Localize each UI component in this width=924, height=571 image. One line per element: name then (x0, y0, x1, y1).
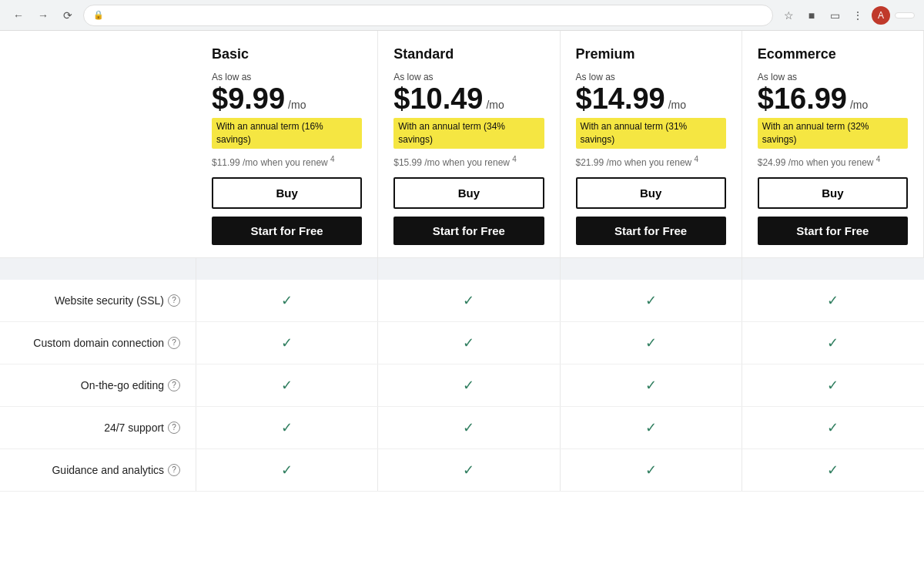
back-button[interactable]: ← (9, 6, 28, 25)
checkmark-1-3: ✓ (827, 334, 839, 351)
plan-as-low-as-standard: As low as (393, 72, 544, 82)
feature-check-cell-4-3: ✓ (742, 449, 924, 491)
plan-savings-badge-basic: With an annual term (16% savings) (212, 118, 362, 149)
feature-name-text-4: Guidance and analytics (52, 464, 164, 476)
feature-check-cell-0-3: ✓ (742, 280, 924, 321)
feature-check-cell-1-1: ✓ (378, 322, 560, 364)
address-bar[interactable]: 🔒 (83, 5, 773, 26)
plan-price-ecommerce: $16.99 (758, 84, 847, 113)
checkmark-4-3: ✓ (827, 462, 839, 479)
feature-row-2: On-the-go editing?✓✓✓✓ (0, 364, 924, 407)
plan-period-premium: /mo (668, 99, 686, 111)
plan-price-row-basic: $9.99 /mo (212, 84, 362, 113)
feature-check-cell-0-2: ✓ (561, 280, 742, 321)
feature-name-text-2: On-the-go editing (81, 379, 164, 391)
features-header-row (0, 258, 924, 280)
buy-button-basic[interactable]: Buy (212, 177, 362, 209)
avatar: A (872, 6, 890, 25)
checkmark-4-2: ✓ (645, 462, 657, 479)
plan-renew-text-premium: $21.99 /mo when you renew 4 (576, 155, 726, 168)
buy-button-premium[interactable]: Buy (576, 177, 726, 209)
menu-icon[interactable]: ⋮ (849, 6, 867, 25)
plan-price-row-premium: $14.99 /mo (576, 84, 726, 113)
plan-name-ecommerce: Ecommerce (758, 46, 908, 62)
feature-row-4: Guidance and analytics?✓✓✓✓ (0, 449, 924, 492)
buy-button-standard[interactable]: Buy (393, 177, 544, 209)
feature-row-0: Website security (SSL)?✓✓✓✓ (0, 280, 924, 322)
plan-renew-text-standard: $15.99 /mo when you renew 4 (393, 155, 544, 168)
checkmark-3-1: ✓ (463, 419, 474, 436)
feature-row-1: Custom domain connection?✓✓✓✓ (0, 322, 924, 364)
checkmark-1-2: ✓ (645, 334, 657, 351)
checkmark-0-1: ✓ (463, 292, 474, 309)
feature-check-cell-1-0: ✓ (196, 322, 378, 364)
start-free-button-ecommerce[interactable]: Start for Free (758, 217, 908, 245)
pricing-wrapper: Basic As low as $9.99 /mo With an annual… (0, 31, 924, 492)
checkmark-4-1: ✓ (463, 462, 474, 479)
help-icon-4[interactable]: ? (168, 464, 180, 476)
start-free-button-premium[interactable]: Start for Free (576, 217, 726, 245)
plan-renew-text-basic: $11.99 /mo when you renew 4 (212, 155, 362, 168)
plan-header-basic: Basic As low as $9.99 /mo With an annual… (196, 31, 378, 258)
split-screen-icon[interactable]: ▭ (825, 6, 844, 25)
feature-name-cell-0: Website security (SSL)? (0, 280, 196, 321)
help-icon-0[interactable]: ? (168, 294, 180, 307)
checkmark-3-3: ✓ (827, 419, 839, 436)
plan-as-low-as-ecommerce: As low as (758, 72, 908, 82)
plan-name-basic: Basic (212, 46, 362, 62)
plan-price-standard: $10.49 (393, 84, 483, 113)
lock-icon: 🔒 (93, 10, 104, 20)
start-free-button-basic[interactable]: Start for Free (212, 217, 362, 245)
help-icon-1[interactable]: ? (168, 337, 180, 349)
plan-period-ecommerce: /mo (850, 99, 868, 111)
feature-name-text-1: Custom domain connection (33, 337, 164, 349)
update-button[interactable] (895, 12, 915, 18)
browser-actions: ☆ ■ ▭ ⋮ A (779, 6, 915, 25)
feature-name-text-0: Website security (SSL) (55, 294, 164, 307)
features-empty-4 (742, 258, 924, 280)
feature-row-3: 24/7 support?✓✓✓✓ (0, 407, 924, 449)
checkmark-2-2: ✓ (645, 377, 657, 394)
plan-as-low-as-basic: As low as (212, 72, 362, 82)
feature-check-cell-0-1: ✓ (378, 280, 560, 321)
help-icon-3[interactable]: ? (168, 422, 180, 434)
plan-price-basic: $9.99 (212, 84, 285, 113)
feature-check-cell-3-1: ✓ (378, 407, 560, 448)
checkmark-3-2: ✓ (645, 419, 657, 436)
plan-name-premium: Premium (576, 46, 726, 62)
plan-name-standard: Standard (393, 46, 544, 62)
help-icon-2[interactable]: ? (168, 379, 180, 391)
forward-button[interactable]: → (34, 6, 52, 25)
plan-savings-badge-standard: With an annual term (34% savings) (393, 118, 544, 149)
feature-check-cell-1-3: ✓ (742, 322, 924, 364)
browser-chrome: ← → ⟳ 🔒 ☆ ■ ▭ ⋮ A (0, 0, 924, 31)
feature-check-cell-2-2: ✓ (561, 364, 742, 406)
checkmark-2-1: ✓ (463, 377, 474, 394)
checkmark-2-3: ✓ (827, 377, 839, 394)
plan-as-low-as-premium: As low as (576, 72, 726, 82)
bookmark-icon[interactable]: ☆ (779, 6, 798, 25)
feature-check-cell-3-3: ✓ (742, 407, 924, 448)
checkmark-3-0: ✓ (281, 419, 293, 436)
feature-check-cell-3-2: ✓ (561, 407, 742, 448)
checkmark-1-0: ✓ (281, 334, 293, 351)
plan-period-basic: /mo (288, 99, 306, 111)
start-free-button-standard[interactable]: Start for Free (393, 217, 544, 245)
buy-button-ecommerce[interactable]: Buy (758, 177, 908, 209)
features-empty-2 (378, 258, 560, 280)
feature-check-cell-2-0: ✓ (196, 364, 378, 406)
refresh-button[interactable]: ⟳ (59, 6, 77, 25)
feature-check-cell-0-0: ✓ (196, 280, 378, 321)
feature-check-cell-4-1: ✓ (378, 449, 560, 491)
checkmark-2-0: ✓ (281, 377, 293, 394)
feature-check-cell-4-2: ✓ (561, 449, 742, 491)
plan-renew-text-ecommerce: $24.99 /mo when you renew 4 (758, 155, 908, 168)
checkmark-4-0: ✓ (281, 462, 293, 479)
feature-check-cell-1-2: ✓ (561, 322, 742, 364)
plan-headers-row: Basic As low as $9.99 /mo With an annual… (0, 31, 924, 258)
plan-period-standard: /mo (486, 99, 504, 111)
extensions-icon[interactable]: ■ (802, 6, 821, 25)
plan-savings-badge-ecommerce: With an annual term (32% savings) (758, 118, 908, 149)
plan-savings-badge-premium: With an annual term (31% savings) (576, 118, 726, 149)
feature-name-cell-4: Guidance and analytics? (0, 449, 196, 491)
